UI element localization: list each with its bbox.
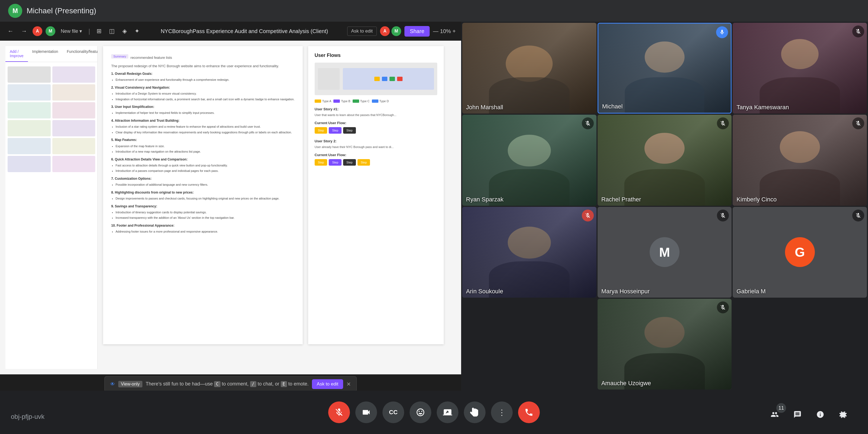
tab-add-improve[interactable]: Add / Improve [5, 46, 28, 62]
captions-button[interactable]: CC [382, 401, 404, 423]
new-file-button[interactable]: New file ▾ [59, 27, 84, 35]
present-button[interactable] [437, 401, 458, 423]
participants-icon-wrapper: 11 [766, 406, 783, 423]
summary-label: Summary [111, 54, 128, 59]
tile-kimberly: Kimberly Cinco [733, 115, 867, 205]
ask-to-edit-notification[interactable]: Ask to edit [312, 379, 343, 389]
user-flows-title: User Flows [315, 53, 437, 58]
tab-implementation[interactable]: Implementation [28, 46, 63, 62]
tile-amauche: Amauche Uzoigwe [597, 299, 732, 390]
section-4-item-1: Inclusion of a star rating system and a … [116, 125, 294, 129]
back-button[interactable]: ← [5, 27, 16, 36]
top-bar: M Michael (Presenting) [0, 0, 868, 22]
layers-button[interactable]: ◫ [107, 27, 117, 36]
chat-button[interactable] [789, 406, 806, 423]
close-notification-button[interactable]: ✕ [346, 381, 351, 388]
arin-video [462, 207, 596, 298]
section-6-item-1: Fast access to attraction details throug… [116, 163, 294, 168]
tile-marya: M Marya Hosseinpur [597, 207, 732, 298]
mute-button[interactable] [328, 401, 350, 423]
john-video [462, 23, 596, 113]
flow2-step-1: Step [315, 159, 328, 166]
section-1-item-1: Enhancement of user experience and funct… [116, 77, 294, 82]
section-5-item-1: Expansion of the map feature in size. [116, 144, 294, 149]
flow-step-1: Step [315, 127, 328, 134]
video-grid: John Marshall Michael Tanya Kameswa [461, 22, 868, 391]
arin-name: Arin Soukoule [466, 288, 503, 295]
flow-step-2: Step [329, 127, 341, 134]
ask-to-edit-toolbar[interactable]: Ask to edit [347, 27, 377, 36]
user-flows-document: User Flows Type A [308, 46, 444, 344]
notification-message: There's still fun to be had—use C to com… [146, 381, 309, 387]
c-key: C [214, 381, 220, 387]
section-8-item-1: Design improvements to passes and checko… [116, 196, 294, 201]
tile-michael: Michael [597, 23, 732, 113]
tile-john-marshall: John Marshall [462, 23, 596, 113]
zoom-control[interactable]: — 10% + [433, 28, 456, 34]
doc-body: 1. Overall Redesign Goals: Enhancement o… [111, 71, 294, 234]
section-9-item-1: Introduction of itinerary suggestion car… [116, 210, 294, 215]
camera-button[interactable] [355, 401, 377, 423]
section-1-title: 1. Overall Redesign Goals: [111, 71, 294, 76]
grid-view-button[interactable]: ⊞ [94, 27, 104, 36]
section-7-item-1: Possible incorporation of additional lan… [116, 182, 294, 187]
section-6-item-2: Introduction of a passes comparison page… [116, 169, 294, 173]
section-10-item-1: Addressing footer issues for a more prof… [116, 229, 294, 234]
more-options-button[interactable]: ⋮ [491, 401, 513, 423]
flow-step-3: Step [343, 127, 356, 134]
section-6-title: 6. Quick Attraction Details View and Com… [111, 157, 294, 162]
ryan-video [462, 115, 596, 205]
section-8-title: 8. Highlighting discounts from original … [111, 190, 294, 195]
tile-tanya: Tanya Kameswaran [733, 23, 867, 113]
bottom-right-icons: 11 [766, 406, 852, 423]
components-button[interactable]: ◈ [120, 27, 129, 36]
michael-name: Michael [602, 103, 623, 110]
user-story-1-text: User that wants to learn about the passe… [315, 113, 437, 116]
gabriela-avatar-tile: G [733, 207, 867, 298]
flow2-step-4: Step [358, 159, 370, 166]
figma-toolbar: ← → A M New file ▾ | ⊞ ◫ ◈ ✦ NYCBoroughP… [0, 22, 461, 41]
emoji-button[interactable] [410, 401, 431, 423]
tile-rachel: Rachel Prather [597, 115, 732, 205]
zoom-value: 10% [440, 28, 451, 34]
john-name: John Marshall [466, 104, 503, 111]
tile-arin: Arin Soukoule [462, 207, 596, 298]
share-button[interactable]: Share [404, 26, 430, 37]
bottom-bar: obj-pfjp-uvk CC ⋮ [0, 391, 868, 434]
user-avatar-a: A [380, 26, 390, 36]
end-call-button[interactable] [518, 401, 540, 423]
kimberly-mic-muted [852, 118, 864, 129]
tile-gabriela: G Gabriela M [733, 207, 867, 298]
marya-mic-muted [717, 209, 729, 222]
gabriela-name: Gabriela M [737, 288, 766, 295]
user-story-1-label: User Story #1: [315, 107, 437, 111]
marya-avatar-tile: M [597, 207, 732, 298]
intro-text: The proposed redesign of the NYC Borough… [111, 64, 294, 68]
info-button[interactable] [812, 406, 829, 423]
raise-hand-button[interactable] [464, 401, 486, 423]
forward-button[interactable]: → [19, 27, 29, 36]
section-2-title: 2. Visual Consistency and Navigation: [111, 85, 294, 90]
assets-button[interactable]: ✦ [132, 27, 142, 36]
settings-button[interactable] [834, 406, 852, 423]
tanya-name: Tanya Kameswaran [737, 104, 789, 111]
section-7-title: 7. Customization Options: [111, 176, 294, 181]
marya-name: Marya Hosseinpur [601, 288, 650, 295]
left-panel-header: Add / Improve Implementation Functionali… [5, 46, 97, 62]
tab-functionality[interactable]: Functionality/feature [62, 46, 98, 62]
slash-key: / [250, 381, 256, 387]
section-9-item-2: Increased transparency with the addition… [116, 215, 294, 221]
michael-mic-active [716, 26, 728, 38]
michael-video [598, 24, 731, 113]
figma-avatar-m: M [45, 26, 55, 36]
recommended-label: recommended feature lists [130, 56, 172, 60]
tile-ryan: Ryan Sparzak [462, 115, 596, 205]
participant-count-badge: 11 [776, 403, 786, 413]
ryan-mic-muted [582, 118, 594, 129]
arin-mic-muted [582, 209, 594, 222]
section-5-title: 5. Map Features: [111, 137, 294, 142]
rachel-name: Rachel Prather [601, 196, 641, 203]
flow2-step-3: Step [343, 159, 356, 166]
ryan-name: Ryan Sparzak [466, 196, 503, 203]
section-10-title: 10. Footer and Professional Appearance: [111, 223, 294, 228]
